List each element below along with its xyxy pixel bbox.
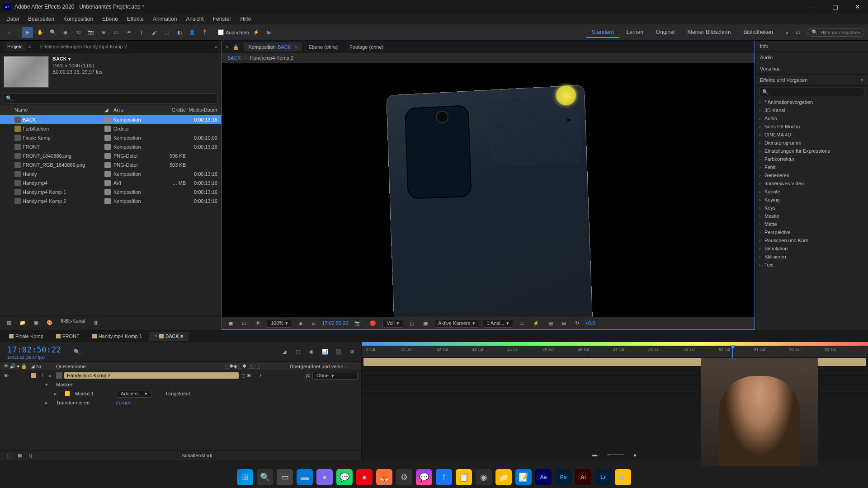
taskbar-app[interactable]: ⚙ xyxy=(396,469,412,485)
new-folder-button[interactable]: 📁 xyxy=(17,317,28,328)
masks-group[interactable]: ▾ Masken xyxy=(0,380,361,389)
resolution-select[interactable]: Voll ▾ xyxy=(382,319,403,328)
project-item[interactable]: FRONT_1840886.pngPNG-Datei596 KB xyxy=(0,151,221,160)
project-item[interactable]: FRONTKomposition0:00:13:16 xyxy=(0,142,221,151)
effect-category[interactable]: Immersives Video xyxy=(755,179,868,188)
interpret-footage-button[interactable]: ▦ xyxy=(4,317,14,328)
guides-toggle[interactable]: ⊡ xyxy=(309,319,318,327)
effect-category[interactable]: Keying xyxy=(755,196,868,204)
effect-category[interactable]: Boris FX Mocha xyxy=(755,122,868,131)
col-name-header[interactable]: Name xyxy=(11,107,104,113)
panel-overflow[interactable]: » xyxy=(215,44,217,49)
effect-category[interactable]: Kanäle xyxy=(755,188,868,196)
project-item[interactable]: FRONT_RGB_1840886.pngPNG-Datei503 KB xyxy=(0,160,221,169)
graph-editor-button[interactable]: 📊 xyxy=(320,347,330,357)
render-toggle[interactable]: ⚙ xyxy=(347,347,358,357)
effect-settings-tab[interactable]: Effekteinstellungen Handy.mp4 Komp 2 xyxy=(37,42,131,51)
minimize-button[interactable]: ─ xyxy=(806,3,819,10)
camera-tool[interactable]: 📷 xyxy=(85,27,96,38)
timeline-timecode[interactable]: 17:02:50:22 xyxy=(4,344,65,355)
home-tool[interactable]: ⌂ xyxy=(4,27,14,38)
zoom-in-icon[interactable]: ▲ xyxy=(632,452,637,457)
effects-search-input[interactable]: 🔍˯ xyxy=(759,88,864,96)
effect-category[interactable]: Text xyxy=(755,261,868,269)
composition-viewport[interactable]: ➤ xyxy=(222,63,755,317)
layer-name[interactable]: Handy.mp4 Komp 2 xyxy=(64,372,239,379)
menu-ansicht[interactable]: Ansicht xyxy=(181,14,208,24)
color-settings-button[interactable]: 🎨 xyxy=(44,317,55,328)
flowchart-toggle[interactable]: ⊞ xyxy=(559,319,569,327)
taskbar-app[interactable]: ▶ xyxy=(615,469,631,485)
shy-toggle[interactable]: ◢ xyxy=(279,347,290,357)
effect-category[interactable]: Simulation xyxy=(755,244,868,253)
draft-3d-toggle[interactable]: ⬛ xyxy=(333,347,344,357)
timeline-tab[interactable]: Handy.mp4 Komp 1 xyxy=(87,332,147,341)
effect-category[interactable]: 3D-Kanal xyxy=(755,106,868,114)
help-search[interactable]: 🔍 Hilfe durchsuchen xyxy=(807,28,864,37)
anchor-tool[interactable]: ⊕ xyxy=(98,27,109,38)
fast-preview-toggle[interactable]: ⚡ xyxy=(530,319,542,327)
taskbar-lightroom[interactable]: Lr xyxy=(595,469,611,485)
taskbar-messenger[interactable]: 💬 xyxy=(416,469,432,485)
taskbar-whatsapp[interactable]: 💬 xyxy=(336,469,353,485)
project-item[interactable]: BACKKomposition0:00:13:16 xyxy=(0,115,221,124)
start-button[interactable]: ⊞ xyxy=(237,469,253,485)
roto-tool[interactable]: 👤 xyxy=(187,27,198,38)
workspace-overflow[interactable]: » xyxy=(786,30,788,35)
panel-audio[interactable]: Audio xyxy=(755,52,868,63)
effect-category[interactable]: * Animationsvorgaben xyxy=(755,98,868,106)
timeline-tab[interactable]: FRONT xyxy=(51,332,85,341)
menu-animation[interactable]: Animation xyxy=(148,14,181,24)
camera-select[interactable]: Aktive Kamera ▾ xyxy=(434,319,479,328)
effect-category[interactable]: Maske xyxy=(755,212,868,220)
panel-vorschau[interactable]: Vorschau xyxy=(755,63,868,75)
project-tab-menu[interactable]: ≡ xyxy=(28,44,31,49)
mask-1-row[interactable]: ▸ Maske 1 Addiere...▾ Umgekehrt xyxy=(0,389,361,398)
mask-toggle[interactable]: 👁 xyxy=(253,319,263,327)
layer-row-1[interactable]: 👁 1 ▸ Handy.mp4 Komp 2 ⬚ ✱ / @ Ohne ▾ xyxy=(0,371,361,380)
panel-info[interactable]: Info xyxy=(755,41,868,52)
clone-tool[interactable]: ⬚ xyxy=(161,27,172,38)
effect-category[interactable]: Perspektive xyxy=(755,228,868,236)
rotate-tool[interactable]: ⟲ xyxy=(73,27,84,38)
zoom-tool[interactable]: 🔍 xyxy=(47,27,58,38)
parent-dropdown[interactable]: Ohne ▾ xyxy=(312,372,358,380)
project-tab[interactable]: Projekt xyxy=(4,42,26,51)
roi-toggle[interactable]: ◫ xyxy=(407,319,417,327)
layer-visibility-toggle[interactable]: 👁 xyxy=(4,373,9,378)
zoom-slider[interactable]: ○──── xyxy=(606,452,623,457)
timeline-tab[interactable]: × BACK ≡ xyxy=(149,332,189,341)
snapshot-button[interactable]: 📷 xyxy=(352,319,363,327)
effect-category[interactable]: Stilisieren xyxy=(755,253,868,261)
motion-blur-toggle[interactable]: ◉ xyxy=(306,347,317,357)
channel-toggle[interactable]: ▭ xyxy=(239,319,249,327)
comp-tab[interactable]: Ebene (ohne) xyxy=(304,42,343,52)
effect-category[interactable]: Matte xyxy=(755,220,868,228)
workspace-standard[interactable]: Standard xyxy=(586,27,619,38)
parent-pickwhip[interactable]: @ xyxy=(306,373,311,378)
taskbar-firefox[interactable]: 🦊 xyxy=(376,469,392,485)
eraser-tool[interactable]: ◧ xyxy=(174,27,185,38)
menu-hilfe[interactable]: Hilfe xyxy=(236,14,255,24)
close-comp-tab[interactable]: × xyxy=(226,44,228,50)
layer-switch-collapse[interactable]: ✱ xyxy=(247,373,251,379)
project-item[interactable]: FarbflächenOrdner xyxy=(0,124,221,133)
frame-blend-toggle[interactable]: ⬚ xyxy=(292,347,303,357)
col-size-header[interactable]: Größe xyxy=(159,107,186,113)
menu-ebene[interactable]: Ebene xyxy=(98,14,123,24)
effect-category[interactable]: Audio xyxy=(755,114,868,122)
breadcrumb-current[interactable]: Handy.mp4 Komp 2 xyxy=(250,55,293,61)
snap-grid[interactable]: ⊞ xyxy=(264,27,274,38)
effect-category[interactable]: Einstellungen für Expressions xyxy=(755,147,868,155)
transform-group[interactable]: ▸ Transformieren Zurück xyxy=(0,398,361,407)
mask-color[interactable] xyxy=(65,391,70,396)
taskbar-aftereffects[interactable]: Ae xyxy=(535,469,552,485)
orbit-tool[interactable]: ◉ xyxy=(60,27,71,38)
breadcrumb-root[interactable]: BACK xyxy=(227,55,241,61)
comp-tab[interactable]: Footage (ohne) xyxy=(345,42,388,52)
timeline-toggle[interactable]: ▤ xyxy=(546,319,556,327)
col-label-header[interactable]: ◢ xyxy=(104,107,113,113)
zoom-out-icon[interactable]: ▬ xyxy=(592,452,597,457)
project-item[interactable]: Handy.mp4 Komp 1Komposition0:00:13:16 xyxy=(0,188,221,197)
grid-toggle[interactable]: ⊞ xyxy=(296,319,305,327)
